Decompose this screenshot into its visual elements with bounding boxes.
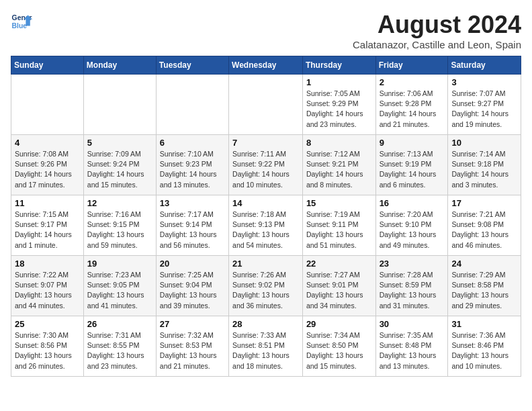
week-row-4: 18Sunrise: 7:22 AM Sunset: 9:07 PM Dayli…	[11, 256, 521, 316]
day-number: 28	[232, 319, 299, 329]
calendar-cell: 3Sunrise: 7:07 AM Sunset: 9:27 PM Daylig…	[448, 75, 521, 135]
calendar-cell: 31Sunrise: 7:36 AM Sunset: 8:46 PM Dayli…	[448, 316, 521, 377]
week-row-5: 25Sunrise: 7:30 AM Sunset: 8:56 PM Dayli…	[11, 316, 521, 377]
day-number: 17	[451, 198, 517, 208]
weekday-header-monday: Monday	[83, 56, 156, 75]
day-number: 23	[380, 259, 445, 269]
day-info: Sunrise: 7:27 AM Sunset: 9:01 PM Dayligh…	[306, 270, 372, 311]
calendar-cell	[11, 75, 84, 135]
day-number: 3	[451, 77, 517, 87]
logo: General Blue	[11, 11, 32, 32]
day-number: 15	[306, 198, 372, 208]
calendar-cell	[83, 75, 156, 135]
day-number: 31	[451, 319, 517, 329]
calendar-cell: 11Sunrise: 7:15 AM Sunset: 9:17 PM Dayli…	[11, 195, 84, 256]
weekday-header-thursday: Thursday	[302, 56, 375, 75]
title-block: August 2024 Calatanazor, Castille and Le…	[353, 11, 521, 50]
svg-text:Blue: Blue	[12, 22, 28, 30]
day-info: Sunrise: 7:26 AM Sunset: 9:02 PM Dayligh…	[232, 270, 299, 311]
calendar-cell: 17Sunrise: 7:21 AM Sunset: 9:08 PM Dayli…	[448, 195, 521, 256]
location-subtitle: Calatanazor, Castille and Leon, Spain	[353, 39, 521, 50]
calendar-cell: 12Sunrise: 7:16 AM Sunset: 9:15 PM Dayli…	[83, 195, 156, 256]
calendar-cell: 19Sunrise: 7:23 AM Sunset: 9:05 PM Dayli…	[83, 256, 156, 316]
weekday-header-tuesday: Tuesday	[156, 56, 228, 75]
calendar-cell: 23Sunrise: 7:28 AM Sunset: 8:59 PM Dayli…	[375, 256, 448, 316]
calendar-cell: 13Sunrise: 7:17 AM Sunset: 9:14 PM Dayli…	[156, 195, 228, 256]
day-info: Sunrise: 7:29 AM Sunset: 8:58 PM Dayligh…	[451, 270, 517, 311]
calendar-cell: 25Sunrise: 7:30 AM Sunset: 8:56 PM Dayli…	[11, 316, 84, 377]
day-number: 2	[380, 77, 445, 87]
calendar-cell: 27Sunrise: 7:32 AM Sunset: 8:53 PM Dayli…	[156, 316, 228, 377]
day-info: Sunrise: 7:35 AM Sunset: 8:48 PM Dayligh…	[380, 330, 445, 371]
weekday-header-friday: Friday	[375, 56, 448, 75]
calendar-cell: 28Sunrise: 7:33 AM Sunset: 8:51 PM Dayli…	[229, 316, 303, 377]
day-number: 27	[160, 319, 225, 329]
day-info: Sunrise: 7:09 AM Sunset: 9:24 PM Dayligh…	[87, 149, 152, 190]
day-number: 30	[380, 319, 445, 329]
day-info: Sunrise: 7:33 AM Sunset: 8:51 PM Dayligh…	[232, 330, 299, 371]
day-info: Sunrise: 7:28 AM Sunset: 8:59 PM Dayligh…	[380, 270, 445, 311]
day-number: 29	[306, 319, 372, 329]
weekday-header-sunday: Sunday	[11, 56, 84, 75]
day-info: Sunrise: 7:13 AM Sunset: 9:19 PM Dayligh…	[380, 149, 445, 190]
calendar-cell: 8Sunrise: 7:12 AM Sunset: 9:21 PM Daylig…	[302, 135, 375, 195]
day-number: 7	[232, 138, 299, 148]
day-info: Sunrise: 7:22 AM Sunset: 9:07 PM Dayligh…	[15, 270, 80, 311]
day-number: 11	[15, 198, 80, 208]
day-info: Sunrise: 7:31 AM Sunset: 8:55 PM Dayligh…	[87, 330, 152, 371]
calendar-cell: 7Sunrise: 7:11 AM Sunset: 9:22 PM Daylig…	[229, 135, 303, 195]
calendar-table: SundayMondayTuesdayWednesdayThursdayFrid…	[11, 56, 521, 377]
day-info: Sunrise: 7:05 AM Sunset: 9:29 PM Dayligh…	[306, 89, 372, 130]
calendar-cell: 6Sunrise: 7:10 AM Sunset: 9:23 PM Daylig…	[156, 135, 228, 195]
day-number: 20	[160, 259, 225, 269]
day-number: 24	[451, 259, 517, 269]
calendar-cell: 20Sunrise: 7:25 AM Sunset: 9:04 PM Dayli…	[156, 256, 228, 316]
calendar-cell: 2Sunrise: 7:06 AM Sunset: 9:28 PM Daylig…	[375, 75, 448, 135]
day-info: Sunrise: 7:17 AM Sunset: 9:14 PM Dayligh…	[160, 210, 225, 250]
weekday-header-saturday: Saturday	[448, 56, 521, 75]
day-info: Sunrise: 7:15 AM Sunset: 9:17 PM Dayligh…	[15, 210, 80, 250]
day-number: 1	[306, 77, 372, 87]
week-row-1: 1Sunrise: 7:05 AM Sunset: 9:29 PM Daylig…	[11, 75, 521, 135]
day-number: 8	[306, 138, 372, 148]
day-number: 25	[15, 319, 80, 329]
weekday-header-wednesday: Wednesday	[229, 56, 303, 75]
day-info: Sunrise: 7:32 AM Sunset: 8:53 PM Dayligh…	[160, 330, 225, 371]
day-number: 14	[232, 198, 299, 208]
day-number: 26	[87, 319, 152, 329]
month-year-title: August 2024	[353, 11, 521, 39]
day-info: Sunrise: 7:21 AM Sunset: 9:08 PM Dayligh…	[451, 210, 517, 250]
week-row-3: 11Sunrise: 7:15 AM Sunset: 9:17 PM Dayli…	[11, 195, 521, 256]
day-info: Sunrise: 7:11 AM Sunset: 9:22 PM Dayligh…	[232, 149, 299, 190]
calendar-cell: 10Sunrise: 7:14 AM Sunset: 9:18 PM Dayli…	[448, 135, 521, 195]
day-number: 10	[451, 138, 517, 148]
day-number: 9	[380, 138, 445, 148]
day-info: Sunrise: 7:08 AM Sunset: 9:26 PM Dayligh…	[15, 149, 80, 190]
day-info: Sunrise: 7:16 AM Sunset: 9:15 PM Dayligh…	[87, 210, 152, 250]
calendar-cell: 9Sunrise: 7:13 AM Sunset: 9:19 PM Daylig…	[375, 135, 448, 195]
day-info: Sunrise: 7:19 AM Sunset: 9:11 PM Dayligh…	[306, 210, 372, 250]
day-number: 4	[15, 138, 80, 148]
calendar-cell	[156, 75, 228, 135]
calendar-cell: 16Sunrise: 7:20 AM Sunset: 9:10 PM Dayli…	[375, 195, 448, 256]
day-info: Sunrise: 7:18 AM Sunset: 9:13 PM Dayligh…	[232, 210, 299, 250]
calendar-cell: 14Sunrise: 7:18 AM Sunset: 9:13 PM Dayli…	[229, 195, 303, 256]
day-info: Sunrise: 7:25 AM Sunset: 9:04 PM Dayligh…	[160, 270, 225, 311]
day-info: Sunrise: 7:36 AM Sunset: 8:46 PM Dayligh…	[451, 330, 517, 371]
weekday-header-row: SundayMondayTuesdayWednesdayThursdayFrid…	[11, 56, 521, 75]
calendar-cell: 15Sunrise: 7:19 AM Sunset: 9:11 PM Dayli…	[302, 195, 375, 256]
day-number: 5	[87, 138, 152, 148]
day-number: 19	[87, 259, 152, 269]
day-info: Sunrise: 7:34 AM Sunset: 8:50 PM Dayligh…	[306, 330, 372, 371]
calendar-cell: 5Sunrise: 7:09 AM Sunset: 9:24 PM Daylig…	[83, 135, 156, 195]
calendar-cell: 4Sunrise: 7:08 AM Sunset: 9:26 PM Daylig…	[11, 135, 84, 195]
day-info: Sunrise: 7:23 AM Sunset: 9:05 PM Dayligh…	[87, 270, 152, 311]
calendar-cell: 21Sunrise: 7:26 AM Sunset: 9:02 PM Dayli…	[229, 256, 303, 316]
day-info: Sunrise: 7:10 AM Sunset: 9:23 PM Dayligh…	[160, 149, 225, 190]
calendar-cell: 18Sunrise: 7:22 AM Sunset: 9:07 PM Dayli…	[11, 256, 84, 316]
day-number: 12	[87, 198, 152, 208]
day-number: 22	[306, 259, 372, 269]
calendar-cell: 26Sunrise: 7:31 AM Sunset: 8:55 PM Dayli…	[83, 316, 156, 377]
calendar-cell	[229, 75, 303, 135]
day-info: Sunrise: 7:07 AM Sunset: 9:27 PM Dayligh…	[451, 89, 517, 130]
